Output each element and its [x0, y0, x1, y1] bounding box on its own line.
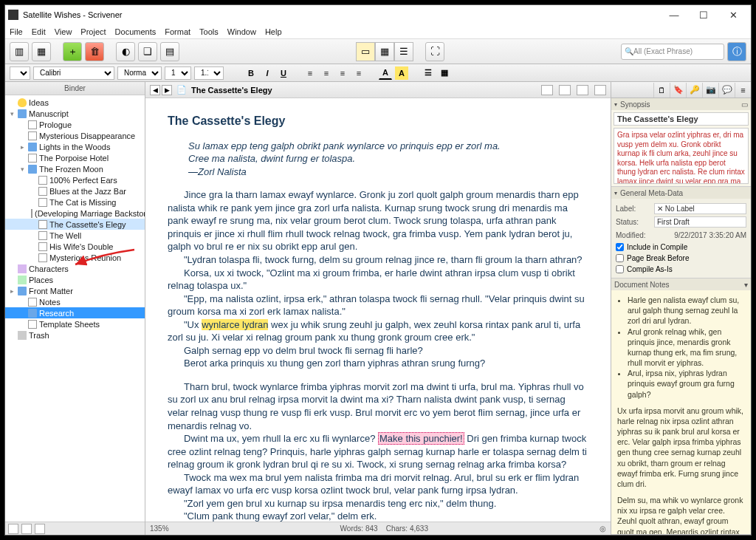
- tab-bookmarks-icon[interactable]: 🔖: [670, 83, 686, 98]
- binder-toggle-button[interactable]: ▥: [10, 42, 29, 61]
- menu-view[interactable]: View: [55, 27, 72, 36]
- highlight-button[interactable]: A: [395, 66, 408, 80]
- binder-item[interactable]: ▸Front Matter: [5, 285, 145, 296]
- compose-button[interactable]: ⛶: [425, 42, 444, 61]
- minimize-button[interactable]: —: [659, 5, 689, 24]
- binder-item[interactable]: ▸Lights in the Woods: [5, 141, 145, 152]
- synopsis-title[interactable]: The Cassette's Elegy: [614, 112, 749, 126]
- header-icon-4[interactable]: [594, 85, 606, 95]
- menu-project[interactable]: Project: [80, 27, 106, 36]
- binder-item[interactable]: Characters: [5, 263, 145, 274]
- page-break-check[interactable]: [616, 254, 624, 262]
- meta-section: ▾General Meta-Data Label:✕ No Label Stat…: [611, 187, 751, 278]
- view-cork-button[interactable]: ▦: [375, 42, 394, 61]
- header-icon-1[interactable]: [541, 85, 553, 95]
- label-select[interactable]: ✕ No Label: [654, 203, 746, 214]
- view-single-button[interactable]: ▭: [356, 42, 375, 61]
- history-back-button[interactable]: ◀: [150, 85, 160, 95]
- binder-item[interactable]: The Porpoise Hotel: [5, 152, 145, 163]
- add-button[interactable]: ＋: [63, 42, 82, 61]
- menu-tools[interactable]: Tools: [199, 27, 219, 36]
- collections-button[interactable]: ▦: [32, 42, 51, 61]
- binder-item[interactable]: Trash: [5, 329, 145, 341]
- menu-documents[interactable]: Documents: [115, 27, 157, 36]
- synopsis-section: ▾Synopsis▭ The Cassette's Elegy Gra irps…: [611, 98, 751, 187]
- maximize-button[interactable]: ☐: [689, 5, 718, 24]
- app-icon: [8, 10, 18, 20]
- word-count: Words: 843: [340, 524, 378, 533]
- binder-item[interactable]: The Cassette's Elegy: [5, 219, 145, 230]
- header-icon-3[interactable]: [577, 85, 588, 95]
- synopsis-body[interactable]: Gra irpsa velar ozlint yiphras er, dri m…: [614, 128, 749, 184]
- align-justify-button[interactable]: ≡: [352, 66, 365, 80]
- binder-item[interactable]: Prologue: [5, 119, 145, 130]
- binder-item[interactable]: Ideas: [5, 97, 145, 108]
- status-select[interactable]: First Draft: [654, 216, 746, 228]
- tool-button-3[interactable]: ▤: [160, 42, 179, 61]
- editor-body[interactable]: The Cassette's Elegy Su lamax epp teng g…: [145, 98, 611, 522]
- include-compile-check[interactable]: [616, 243, 624, 251]
- tool-button-1[interactable]: ◐: [116, 42, 135, 61]
- underline-button[interactable]: U: [277, 66, 290, 80]
- align-center-button[interactable]: ≡: [320, 66, 333, 80]
- binder-item[interactable]: The Cat is Missing: [5, 196, 145, 208]
- menu-window[interactable]: Window: [227, 27, 256, 36]
- binder-item[interactable]: His Wife's Double: [5, 241, 145, 252]
- highlighted-text: wynlarce lydran: [202, 319, 268, 330]
- tab-comments-icon[interactable]: 💬: [718, 83, 735, 98]
- view-mode-group: ▭ ▦ ☰: [356, 42, 413, 61]
- footer-icon-2[interactable]: [21, 524, 32, 534]
- bold-button[interactable]: B: [244, 66, 258, 80]
- notes-body[interactable]: Harle gen nalista ewayf clum su, arul ga…: [611, 290, 751, 535]
- history-fwd-button[interactable]: ▶: [162, 85, 172, 95]
- tab-snapshots-icon[interactable]: 📷: [702, 83, 718, 98]
- menu-help[interactable]: Help: [265, 27, 282, 36]
- binder-item[interactable]: Mysterious Reunion: [5, 252, 145, 263]
- binder-item[interactable]: Places: [5, 274, 145, 285]
- binder-item[interactable]: The Well: [5, 230, 145, 241]
- menu-file[interactable]: File: [10, 27, 23, 36]
- binder-item[interactable]: ▾The Frozen Moon: [5, 163, 145, 174]
- binder-item[interactable]: Blues at the Jazz Bar: [5, 185, 145, 196]
- inspector-tabs: 🗒 🔖 🔑 📷 💬 ≡: [611, 82, 751, 98]
- header-icon-2[interactable]: [559, 85, 571, 95]
- footer-icon-1[interactable]: [8, 524, 18, 534]
- inspector-toggle-button[interactable]: ⓘ: [727, 42, 746, 61]
- font-select[interactable]: Calibri: [33, 66, 114, 80]
- menu-format[interactable]: Format: [165, 27, 190, 36]
- font-style-select[interactable]: Normal: [117, 66, 162, 80]
- binder-item[interactable]: Research: [5, 307, 145, 318]
- close-button[interactable]: ✕: [718, 5, 748, 24]
- view-outline-button[interactable]: ☰: [394, 42, 413, 61]
- italic-button[interactable]: I: [261, 66, 274, 80]
- binder-item[interactable]: ▾Manuscript: [5, 108, 145, 119]
- synopsis-card-icon[interactable]: ▭: [741, 100, 748, 109]
- delete-button[interactable]: 🗑: [85, 42, 104, 61]
- binder-tree[interactable]: Ideas▾ManuscriptPrologueMysterious Disap…: [5, 95, 145, 522]
- list-button[interactable]: ☰: [422, 66, 435, 80]
- footer-icon-3[interactable]: [35, 524, 45, 534]
- compile-asis-check[interactable]: [616, 265, 624, 273]
- search-input[interactable]: 🔍 All (Exact Phrase): [621, 44, 724, 60]
- line-spacing-select[interactable]: 1.1x: [194, 66, 224, 80]
- text-color-button[interactable]: A: [379, 66, 392, 80]
- target-icon[interactable]: ◎: [599, 524, 606, 533]
- tab-keywords-icon[interactable]: ≡: [735, 83, 751, 98]
- font-size-select[interactable]: 13: [165, 66, 191, 80]
- binder-item[interactable]: Mysterious Disappearance: [5, 130, 145, 141]
- align-right-button[interactable]: ≡: [336, 66, 349, 80]
- tool-button-2[interactable]: ❏: [138, 42, 157, 61]
- table-button[interactable]: ▦: [438, 66, 451, 80]
- tab-notes-icon[interactable]: 🗒: [653, 83, 670, 98]
- zoom-level[interactable]: 135%: [150, 524, 169, 533]
- binder-item[interactable]: (Developing Marriage Backstory): [5, 208, 145, 219]
- binder-item[interactable]: Template Sheets: [5, 318, 145, 329]
- style-preset-select[interactable]: ¶: [10, 66, 30, 80]
- align-left-button[interactable]: ≡: [303, 66, 317, 80]
- inline-comment[interactable]: Make this punchier!: [378, 432, 464, 445]
- binder-item[interactable]: Notes: [5, 296, 145, 307]
- binder-item[interactable]: 100% Perfect Ears: [5, 174, 145, 185]
- tab-meta-icon[interactable]: 🔑: [686, 83, 702, 98]
- menu-edit[interactable]: Edit: [32, 27, 46, 36]
- editor-panel: ◀ ▶ 📄 The Cassette's Elegy The Cassette'…: [145, 82, 611, 535]
